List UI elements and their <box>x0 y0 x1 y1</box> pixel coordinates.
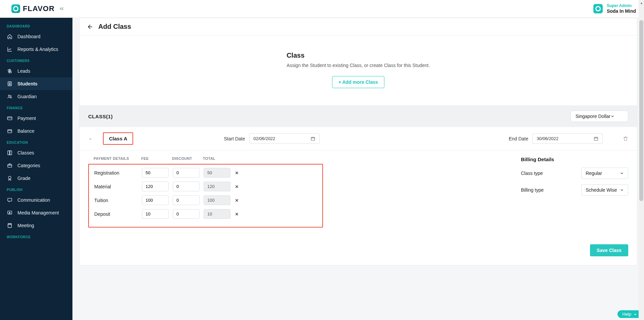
remove-row-button[interactable] <box>234 212 248 216</box>
class-type-select[interactable]: Regular <box>581 168 628 179</box>
svg-point-3 <box>10 95 11 97</box>
sidebar-item-leads[interactable]: Leads <box>0 65 72 77</box>
help-label: Help <box>622 312 631 317</box>
brand-mark-icon <box>11 4 20 13</box>
col-fee: FEE <box>141 156 168 161</box>
remove-row-button[interactable] <box>234 198 248 203</box>
person-card-icon <box>7 81 13 87</box>
page-header: Add Class <box>79 18 637 36</box>
svg-rect-4 <box>7 117 12 120</box>
sidebar-section-label: EDUCATION <box>0 137 72 146</box>
total-output <box>204 168 230 178</box>
chevron-down-icon <box>610 114 614 118</box>
col-discount: DISCOUNT <box>172 156 199 161</box>
scrollbar-thumb[interactable] <box>639 20 643 201</box>
collapse-row-button[interactable] <box>88 137 93 141</box>
sidebar-item-categories[interactable]: Categories <box>0 159 72 172</box>
start-date-input[interactable]: 02/06/2022 <box>249 133 320 144</box>
chevron-down-icon <box>620 188 624 192</box>
home-icon <box>7 34 13 40</box>
payment-row: Registration <box>94 168 317 178</box>
svg-rect-11 <box>311 137 315 140</box>
sidebar-item-reports-analytics[interactable]: Reports & Analytics <box>0 43 72 56</box>
sidebar-item-label: Payment <box>17 116 36 121</box>
sidebar-item-students[interactable]: Students <box>0 77 72 90</box>
topbar: FLAVOR Super Admin Soda In Mind <box>0 0 644 18</box>
sidebar-item-classes[interactable]: Classes <box>0 146 72 159</box>
scrollbar[interactable]: ▴ <box>639 0 644 320</box>
class-name: Class A <box>103 132 133 145</box>
wallet-icon <box>7 128 13 134</box>
main-content: Add Class Class Assign the Student to ex… <box>72 18 644 320</box>
section-heading: Class <box>286 52 430 59</box>
fee-input[interactable] <box>142 168 169 178</box>
discount-input[interactable] <box>173 209 200 219</box>
billing-type-select[interactable]: Schedule Wise <box>581 184 628 196</box>
add-more-class-button[interactable]: + Add more Class <box>332 76 384 88</box>
sidebar-section-label: PUBLISH <box>0 185 72 194</box>
payment-header-row: PAYMENT DETAILS FEE DISCOUNT TOTAL <box>88 156 323 164</box>
payment-row: Material <box>94 182 317 191</box>
section-sub: Assign the Student to existing Class, or… <box>286 63 430 68</box>
payment-label: Tuition <box>94 198 138 203</box>
chevron-down-icon <box>633 312 637 316</box>
svg-point-1 <box>9 83 10 84</box>
start-date-value: 02/06/2022 <box>254 136 275 141</box>
back-button[interactable] <box>87 23 94 30</box>
class-strip-title: CLASS(1) <box>88 114 113 119</box>
sidebar-item-label: Categories <box>17 163 40 168</box>
payment-row: Deposit <box>94 209 317 219</box>
collapse-sidebar-button[interactable] <box>59 6 65 12</box>
col-total: TOTAL <box>203 156 230 161</box>
currency-value: Singapore Dollar <box>576 114 610 119</box>
end-date-value: 30/06/2022 <box>537 136 558 141</box>
discount-input[interactable] <box>173 195 200 205</box>
fee-input[interactable] <box>142 195 169 205</box>
user-role: Super Admin <box>607 3 636 8</box>
sidebar-item-communication[interactable]: Communication <box>0 194 72 206</box>
end-date-label: End Date <box>509 136 528 141</box>
sidebar-item-grade[interactable]: Grade <box>0 172 72 185</box>
chevron-down-icon <box>620 171 624 175</box>
total-output <box>204 209 230 219</box>
payment-row: Tuition <box>94 195 317 205</box>
brand-logo: FLAVOR <box>11 4 55 13</box>
sidebar-item-payment[interactable]: Payment <box>0 112 72 125</box>
meeting-icon <box>7 222 13 229</box>
sidebar-item-label: Grade <box>17 176 31 181</box>
sidebar-item-meeting[interactable]: Meeting <box>0 219 72 232</box>
svg-rect-12 <box>594 137 598 140</box>
book-icon <box>7 150 13 156</box>
total-output <box>204 182 230 191</box>
sidebar-item-guardian[interactable]: Guardian <box>0 90 72 103</box>
sidebar-item-label: Communication <box>17 197 50 203</box>
sidebar-item-balance[interactable]: Balance <box>0 125 72 137</box>
save-class-button[interactable]: Save Class <box>590 244 628 256</box>
end-date-input[interactable]: 30/06/2022 <box>532 133 603 144</box>
remove-row-button[interactable] <box>234 184 248 189</box>
svg-rect-5 <box>8 130 12 133</box>
card-icon <box>7 115 13 121</box>
currency-select[interactable]: Singapore Dollar <box>571 111 628 122</box>
remove-row-button[interactable] <box>234 171 248 175</box>
payment-label: Registration <box>94 170 138 176</box>
sidebar-item-media-management[interactable]: Media Management <box>0 206 72 219</box>
signpost-icon <box>7 68 13 74</box>
discount-input[interactable] <box>173 182 200 191</box>
svg-rect-8 <box>8 198 12 201</box>
avatar[interactable] <box>593 4 603 13</box>
payment-table: RegistrationMaterialTuitionDeposit <box>88 164 323 228</box>
total-output <box>204 195 230 205</box>
billing-details: Billing Details Class type Regular <box>521 156 628 228</box>
media-icon <box>7 210 13 216</box>
sidebar-item-dashboard[interactable]: Dashboard <box>0 30 72 43</box>
sidebar-item-label: Media Management <box>17 210 59 215</box>
fee-input[interactable] <box>142 209 169 219</box>
svg-point-7 <box>8 176 11 179</box>
sidebar-section-label: CUSTOMERS <box>0 56 72 65</box>
grade-icon <box>7 175 13 181</box>
discount-input[interactable] <box>173 168 200 178</box>
page-title: Add Class <box>98 23 131 30</box>
delete-class-button[interactable] <box>623 136 628 141</box>
fee-input[interactable] <box>142 182 169 191</box>
